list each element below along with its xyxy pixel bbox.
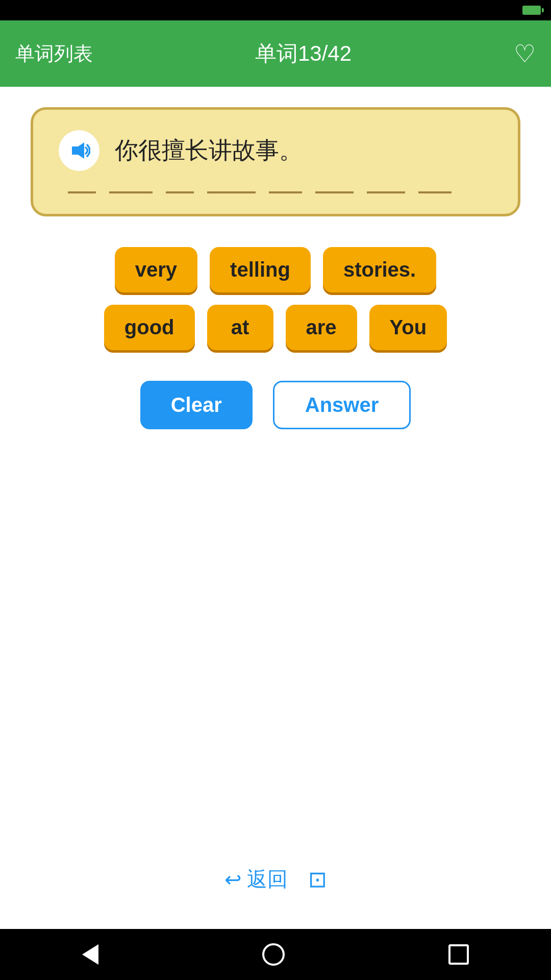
main-content: 你很擅长讲故事。 very telling stories. good at a… [0,87,551,929]
word-button-very[interactable]: very [115,247,197,292]
word-button-stories[interactable]: stories. [323,247,436,292]
word-button-at[interactable]: at [207,305,273,350]
blank-2 [109,191,153,193]
system-recent-button[interactable] [448,944,469,965]
system-home-button[interactable] [262,943,285,966]
battery-icon [522,6,541,15]
progress-title: 单词13/42 [255,39,352,68]
sentence-card: 你很擅长讲故事。 [31,107,520,216]
svg-marker-0 [72,142,84,159]
blank-4 [207,191,256,193]
recent-square-icon [448,944,469,965]
blank-8 [418,191,452,193]
word-button-are[interactable]: are [286,305,357,350]
word-button-telling[interactable]: telling [210,247,311,292]
blank-6 [315,191,354,193]
back-arrow-icon: ↩ [224,868,242,891]
word-button-you[interactable]: You [369,305,447,350]
back-button[interactable]: ↩ 返回 [224,865,288,893]
sound-button[interactable] [59,130,99,171]
back-triangle-icon [82,944,98,965]
screen-button[interactable]: ⊡ [308,866,327,892]
word-row-2: good at are You [104,305,447,350]
clear-button[interactable]: Clear [140,381,253,429]
app-header: 单词列表 单词13/42 ♡ [0,20,551,87]
back-label: 返回 [247,865,288,893]
status-bar [0,0,551,20]
speaker-icon [68,139,90,162]
back-to-list[interactable]: 单词列表 [15,41,93,67]
home-circle-icon [262,943,285,966]
word-button-good[interactable]: good [104,305,195,350]
blank-7 [367,191,405,193]
favorite-button[interactable]: ♡ [514,39,536,68]
sentence-top: 你很擅长讲故事。 [59,130,492,171]
word-row-1: very telling stories. [115,247,436,292]
blank-5 [269,191,302,193]
blank-3 [166,191,194,193]
bottom-navigation: ↩ 返回 ⊡ [15,855,536,909]
system-nav-bar [0,929,551,980]
word-choices: very telling stories. good at are You [15,247,536,350]
chinese-sentence: 你很擅长讲故事。 [115,135,303,166]
answer-blanks [59,191,492,193]
blank-1 [68,191,96,193]
title-progress: 13/42 [298,41,352,65]
system-back-button[interactable] [82,944,98,965]
answer-button[interactable]: Answer [273,381,411,429]
action-buttons: Clear Answer [140,381,411,429]
title-prefix: 单词 [255,41,298,65]
